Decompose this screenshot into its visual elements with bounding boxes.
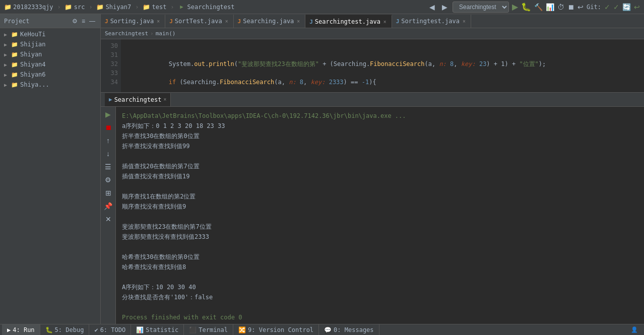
project-panel-collapse-button[interactable]: —	[88, 18, 96, 25]
line-num-34: 34	[101, 78, 118, 87]
tree-item-shiyan6[interactable]: ▶ 📁 Shiyan6	[0, 70, 100, 80]
folder-icon: 📁	[11, 82, 18, 88]
run-tab-close-button[interactable]: ×	[164, 97, 167, 102]
project-panel-title: Project	[4, 18, 69, 25]
run-pin-button[interactable]: 📌	[103, 200, 114, 212]
git-check-button[interactable]: ✓	[604, 3, 610, 11]
tab-sorting[interactable]: J Sorting.java ×	[101, 15, 165, 28]
bottom-tab-messages[interactable]: 💬 0: Messages	[319, 324, 379, 336]
run-settings-button[interactable]: ⚙	[103, 174, 114, 185]
code-editor[interactable]: System.out.println("斐波那契查找23在数组的第" + (Se…	[121, 39, 644, 92]
coverage-button[interactable]: 📊	[546, 3, 554, 11]
tree-item-shiya[interactable]: ▶ 📁 Shiya...	[0, 80, 100, 90]
run-scroll-top-button[interactable]: ↑	[103, 135, 114, 146]
bottom-tab-run-label: 4: Run	[13, 326, 34, 333]
tab-searchingtest-label: Searchingtest.java	[315, 18, 380, 25]
run-tab-searchingtest[interactable]: ▶ Searchingtest ×	[105, 93, 171, 106]
tree-item-kehouti[interactable]: ▶ 📁 KeHouTi	[0, 29, 100, 39]
run-tab-icon: ▶	[7, 326, 11, 333]
tab-sorting-close-button[interactable]: ×	[156, 19, 161, 24]
run-output-line-0: E:\AppData\JetBrains\Toolbox\apps\IDEA-C…	[122, 111, 638, 121]
terminal-icon: ⬛	[189, 326, 197, 333]
todo-icon: ✔	[94, 326, 98, 333]
tree-item-shiyan-label: Shiyan	[20, 51, 42, 58]
run-panel-body: ▶ ⏹ ↑ ↓ ☰ ⚙ ⊞ 📌 ✕ E:\AppData\JetBrains\T…	[101, 107, 644, 324]
run-output-blank-1	[122, 151, 638, 161]
project-panel-scroll-button[interactable]: ≡	[81, 18, 86, 25]
tab-sortingtest-close-button[interactable]: ×	[462, 19, 467, 24]
tree-arrow-icon: ▶	[4, 32, 9, 37]
folder-icon: 📁	[143, 4, 150, 11]
run-panel-header: ▶ Searchingtest ×	[101, 93, 644, 107]
build-button[interactable]: 🔨	[534, 3, 543, 11]
run-filter-button[interactable]: ☰	[103, 161, 114, 172]
bottom-tab-statistic-label: Statistic	[146, 326, 178, 333]
breadcrumb-src-label: src	[74, 4, 85, 11]
breadcrumb-shiyan7[interactable]: 📁 Shiyan7	[97, 4, 132, 11]
tab-searchingtest-close-button[interactable]: ×	[382, 19, 388, 25]
tree-arrow-icon: ▶	[4, 42, 9, 47]
folder-icon: 📁	[11, 61, 18, 68]
tree-item-shiya-label: Shiya...	[20, 81, 49, 88]
undo-button[interactable]: ↩	[577, 3, 584, 11]
tab-searching[interactable]: J Searching.java ×	[234, 15, 306, 28]
bottom-bar: ▶ 4: Run 🐛 5: Debug ✔ 6: TODO 📊 Statisti…	[0, 324, 644, 335]
bottom-tab-terminal[interactable]: ⬛ Terminal	[184, 324, 233, 336]
run-close-button[interactable]: ✕	[103, 214, 114, 225]
run-rerun-button[interactable]: ▶	[103, 109, 114, 120]
top-bar: 📁 20182333qjy › 📁 src › 📁 Shiyan7 › 📁 te…	[0, 0, 644, 14]
bottom-tab-vcs[interactable]: 🔀 9: Version Control	[233, 324, 319, 336]
tree-item-shijian[interactable]: ▶ 📁 Shijian	[0, 39, 100, 49]
run-output-line-10: 哈希查找30在数组的第0位置	[122, 252, 638, 262]
project-panel-buttons: ⚙ ≡ —	[71, 18, 96, 25]
tab-searching-close-button[interactable]: ×	[296, 19, 301, 24]
java-icon: J	[105, 18, 108, 25]
bottom-tab-run[interactable]: ▶ 4: Run	[2, 324, 40, 336]
bottom-tab-statistic[interactable]: 📊 Statistic	[131, 324, 184, 336]
git-push-button[interactable]: ✓	[613, 3, 619, 11]
breadcrumb-src[interactable]: 📁 src	[65, 4, 85, 11]
line-num-31: 31	[101, 50, 118, 59]
breadcrumb-project[interactable]: 📁 20182333qjy	[4, 4, 53, 11]
statistic-icon: 📊	[136, 326, 144, 333]
run-output-line-4: 插值查找20在数组的第7位置	[122, 161, 638, 171]
run-stop-button[interactable]: ⏹	[103, 122, 114, 133]
folder-icon: 📁	[11, 51, 18, 58]
run-output-blank-5	[122, 272, 638, 282]
tab-sortingtest[interactable]: J Sortingtest.java ×	[392, 15, 471, 28]
java-icon: J	[169, 18, 173, 25]
bottom-tab-todo[interactable]: ✔ 6: TODO	[89, 324, 131, 336]
messages-icon: 💬	[324, 326, 332, 333]
tab-sorttest-close-button[interactable]: ×	[224, 19, 229, 24]
tree-item-shiyan[interactable]: ▶ 📁 Shiyan	[0, 49, 100, 59]
editor-breadcrumb-method[interactable]: main()	[156, 30, 176, 37]
bottom-tab-debug-label: 5: Debug	[55, 326, 84, 333]
run-scroll-bottom-button[interactable]: ↓	[103, 148, 114, 159]
bottom-tab-debug[interactable]: 🐛 5: Debug	[40, 324, 90, 336]
run-layout-button[interactable]: ⊞	[103, 187, 114, 198]
stop-button[interactable]: ⏹	[567, 3, 574, 11]
navigate-back-button[interactable]: ◀	[427, 2, 437, 12]
breadcrumb-searchingtest[interactable]: ▶ Searchingtest	[178, 4, 235, 11]
git-update-button[interactable]: 🔄	[622, 3, 631, 11]
tree-arrow-icon: ▶	[4, 52, 9, 57]
profile-button[interactable]: ⏱	[557, 3, 564, 11]
tab-sorttest[interactable]: J SortTest.java ×	[165, 15, 233, 28]
project-panel-settings-button[interactable]: ⚙	[71, 18, 79, 25]
bottom-tab-terminal-label: Terminal	[199, 326, 228, 333]
tree-item-shiyan4[interactable]: ▶ 📁 Shiyan4	[0, 59, 100, 70]
bottom-tab-todo-label: 6: TODO	[100, 326, 126, 333]
git-revert-button[interactable]: ↩	[634, 3, 640, 11]
git-label: Git:	[587, 4, 601, 11]
breadcrumb-test-label: test	[152, 4, 166, 11]
tab-searchingtest[interactable]: J Searchingtest.java ×	[305, 15, 392, 28]
breadcrumb-test[interactable]: 📁 test	[143, 4, 166, 11]
jtest-icon: J	[309, 19, 313, 25]
editor-breadcrumb-class[interactable]: Searchingtest	[105, 30, 148, 37]
navigate-fwd-button[interactable]: ▶	[440, 2, 449, 12]
run-tab-label: Searchingtest	[114, 96, 162, 103]
debug-button[interactable]: 🐛	[521, 2, 531, 12]
run-button[interactable]: ▶	[512, 2, 518, 12]
tab-sorting-label: Sorting.java	[110, 18, 154, 25]
run-config-selector[interactable]: Searchingtest	[453, 2, 509, 13]
